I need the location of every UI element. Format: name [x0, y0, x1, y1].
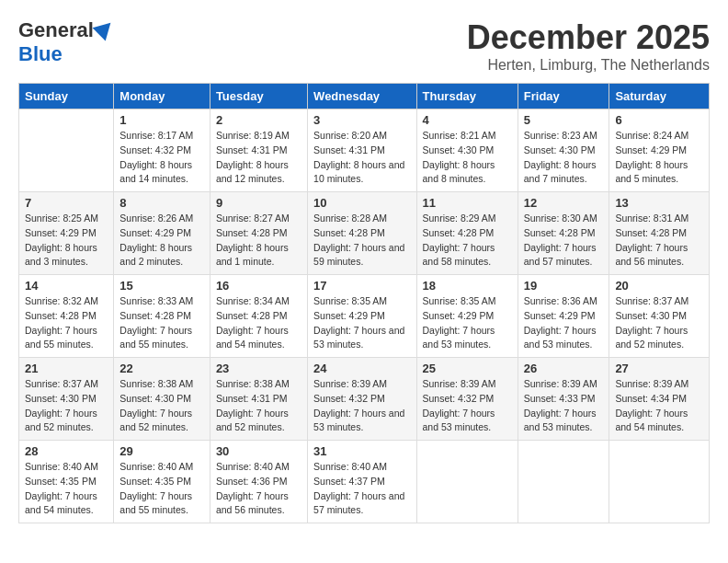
calendar-cell: 4Sunrise: 8:21 AMSunset: 4:30 PMDaylight…	[416, 109, 518, 192]
day-info: Sunrise: 8:38 AMSunset: 4:31 PMDaylight:…	[216, 377, 301, 435]
day-number: 12	[524, 196, 604, 210]
day-info: Sunrise: 8:40 AMSunset: 4:35 PMDaylight:…	[25, 460, 108, 518]
day-number: 18	[423, 279, 512, 293]
day-info: Sunrise: 8:37 AMSunset: 4:30 PMDaylight:…	[615, 294, 703, 352]
calendar-cell: 11Sunrise: 8:29 AMSunset: 4:28 PMDayligh…	[416, 192, 518, 275]
day-number: 26	[524, 362, 604, 375]
day-number: 10	[313, 196, 410, 210]
page-header: General Blue December 2025 Herten, Limbu…	[18, 18, 710, 74]
calendar-cell: 23Sunrise: 8:38 AMSunset: 4:31 PMDayligh…	[210, 358, 307, 441]
day-number: 14	[25, 279, 108, 293]
day-number: 6	[615, 113, 703, 127]
day-number: 3	[313, 113, 410, 127]
day-info: Sunrise: 8:19 AMSunset: 4:31 PMDaylight:…	[216, 129, 301, 187]
calendar-cell: 28Sunrise: 8:40 AMSunset: 4:35 PMDayligh…	[19, 441, 114, 523]
day-info: Sunrise: 8:26 AMSunset: 4:29 PMDaylight:…	[119, 212, 204, 270]
day-info: Sunrise: 8:32 AMSunset: 4:28 PMDaylight:…	[25, 294, 108, 352]
day-info: Sunrise: 8:25 AMSunset: 4:29 PMDaylight:…	[25, 212, 108, 270]
day-number: 13	[615, 196, 703, 210]
calendar-week-row: 21Sunrise: 8:37 AMSunset: 4:30 PMDayligh…	[19, 358, 710, 441]
day-number: 9	[216, 196, 301, 210]
day-number: 7	[25, 196, 108, 210]
calendar-cell: 5Sunrise: 8:23 AMSunset: 4:30 PMDaylight…	[518, 109, 609, 192]
day-info: Sunrise: 8:39 AMSunset: 4:33 PMDaylight:…	[524, 377, 604, 435]
day-info: Sunrise: 8:20 AMSunset: 4:31 PMDaylight:…	[313, 129, 410, 187]
day-number: 31	[313, 444, 410, 458]
day-info: Sunrise: 8:39 AMSunset: 4:32 PMDaylight:…	[423, 377, 512, 435]
day-info: Sunrise: 8:40 AMSunset: 4:37 PMDaylight:…	[313, 460, 410, 518]
calendar-cell: 9Sunrise: 8:27 AMSunset: 4:28 PMDaylight…	[210, 192, 307, 275]
day-number: 23	[216, 362, 301, 375]
day-info: Sunrise: 8:29 AMSunset: 4:28 PMDaylight:…	[423, 212, 512, 270]
col-thursday: Thursday	[416, 84, 518, 109]
calendar-cell: 17Sunrise: 8:35 AMSunset: 4:29 PMDayligh…	[308, 275, 416, 358]
calendar-cell: 20Sunrise: 8:37 AMSunset: 4:30 PMDayligh…	[609, 275, 710, 358]
calendar-table: Sunday Monday Tuesday Wednesday Thursday…	[18, 83, 710, 523]
title-area: December 2025 Herten, Limburg, The Nethe…	[467, 18, 710, 74]
day-number: 24	[313, 362, 410, 375]
day-info: Sunrise: 8:27 AMSunset: 4:28 PMDaylight:…	[216, 212, 301, 270]
calendar-cell: 18Sunrise: 8:35 AMSunset: 4:29 PMDayligh…	[416, 275, 518, 358]
calendar-cell: 31Sunrise: 8:40 AMSunset: 4:37 PMDayligh…	[308, 441, 416, 523]
calendar-cell: 2Sunrise: 8:19 AMSunset: 4:31 PMDaylight…	[210, 109, 307, 192]
day-info: Sunrise: 8:35 AMSunset: 4:29 PMDaylight:…	[313, 294, 410, 352]
day-info: Sunrise: 8:23 AMSunset: 4:30 PMDaylight:…	[524, 129, 604, 187]
day-number: 20	[615, 279, 703, 293]
day-number: 16	[216, 279, 301, 293]
day-number: 29	[119, 444, 204, 458]
day-number: 19	[524, 279, 604, 293]
day-info: Sunrise: 8:39 AMSunset: 4:34 PMDaylight:…	[615, 377, 703, 435]
calendar-week-row: 14Sunrise: 8:32 AMSunset: 4:28 PMDayligh…	[19, 275, 710, 358]
col-friday: Friday	[518, 84, 609, 109]
calendar-cell: 8Sunrise: 8:26 AMSunset: 4:29 PMDaylight…	[114, 192, 210, 275]
calendar-cell: 24Sunrise: 8:39 AMSunset: 4:32 PMDayligh…	[308, 358, 416, 441]
day-number: 30	[216, 444, 301, 458]
day-info: Sunrise: 8:34 AMSunset: 4:28 PMDaylight:…	[216, 294, 301, 352]
calendar-cell	[518, 441, 609, 523]
col-monday: Monday	[114, 84, 210, 109]
calendar-cell: 26Sunrise: 8:39 AMSunset: 4:33 PMDayligh…	[518, 358, 609, 441]
calendar-cell: 30Sunrise: 8:40 AMSunset: 4:36 PMDayligh…	[210, 441, 307, 523]
day-info: Sunrise: 8:40 AMSunset: 4:36 PMDaylight:…	[216, 460, 301, 518]
day-number: 17	[313, 279, 410, 293]
day-number: 28	[25, 444, 108, 458]
logo-triangle-icon	[93, 17, 118, 41]
calendar-week-row: 28Sunrise: 8:40 AMSunset: 4:35 PMDayligh…	[19, 441, 710, 523]
col-tuesday: Tuesday	[210, 84, 307, 109]
logo-blue-text: Blue	[18, 42, 63, 66]
day-number: 21	[25, 362, 108, 375]
calendar-cell	[19, 109, 114, 192]
calendar-cell	[609, 441, 710, 523]
calendar-body: 1Sunrise: 8:17 AMSunset: 4:32 PMDaylight…	[19, 109, 710, 523]
calendar-week-row: 7Sunrise: 8:25 AMSunset: 4:29 PMDaylight…	[19, 192, 710, 275]
day-number: 8	[119, 196, 204, 210]
calendar-cell: 21Sunrise: 8:37 AMSunset: 4:30 PMDayligh…	[19, 358, 114, 441]
col-saturday: Saturday	[609, 84, 710, 109]
calendar-cell: 13Sunrise: 8:31 AMSunset: 4:28 PMDayligh…	[609, 192, 710, 275]
calendar-cell: 27Sunrise: 8:39 AMSunset: 4:34 PMDayligh…	[609, 358, 710, 441]
day-info: Sunrise: 8:28 AMSunset: 4:28 PMDaylight:…	[313, 212, 410, 270]
day-info: Sunrise: 8:36 AMSunset: 4:29 PMDaylight:…	[524, 294, 604, 352]
day-info: Sunrise: 8:37 AMSunset: 4:30 PMDaylight:…	[25, 377, 108, 435]
calendar-cell: 14Sunrise: 8:32 AMSunset: 4:28 PMDayligh…	[19, 275, 114, 358]
calendar-cell: 15Sunrise: 8:33 AMSunset: 4:28 PMDayligh…	[114, 275, 210, 358]
day-number: 11	[423, 196, 512, 210]
calendar-cell: 1Sunrise: 8:17 AMSunset: 4:32 PMDaylight…	[114, 109, 210, 192]
day-info: Sunrise: 8:31 AMSunset: 4:28 PMDaylight:…	[615, 212, 703, 270]
header-row: Sunday Monday Tuesday Wednesday Thursday…	[19, 84, 710, 109]
day-number: 5	[524, 113, 604, 127]
day-info: Sunrise: 8:38 AMSunset: 4:30 PMDaylight:…	[119, 377, 204, 435]
calendar-cell: 7Sunrise: 8:25 AMSunset: 4:29 PMDaylight…	[19, 192, 114, 275]
day-number: 25	[423, 362, 512, 375]
calendar-cell: 19Sunrise: 8:36 AMSunset: 4:29 PMDayligh…	[518, 275, 609, 358]
day-number: 27	[615, 362, 703, 375]
day-number: 1	[119, 113, 204, 127]
calendar-cell: 25Sunrise: 8:39 AMSunset: 4:32 PMDayligh…	[416, 358, 518, 441]
month-title: December 2025	[467, 18, 710, 57]
calendar-cell: 29Sunrise: 8:40 AMSunset: 4:35 PMDayligh…	[114, 441, 210, 523]
day-number: 4	[423, 113, 512, 127]
calendar-cell: 10Sunrise: 8:28 AMSunset: 4:28 PMDayligh…	[308, 192, 416, 275]
day-number: 15	[119, 279, 204, 293]
calendar-cell: 22Sunrise: 8:38 AMSunset: 4:30 PMDayligh…	[114, 358, 210, 441]
day-info: Sunrise: 8:17 AMSunset: 4:32 PMDaylight:…	[119, 129, 204, 187]
